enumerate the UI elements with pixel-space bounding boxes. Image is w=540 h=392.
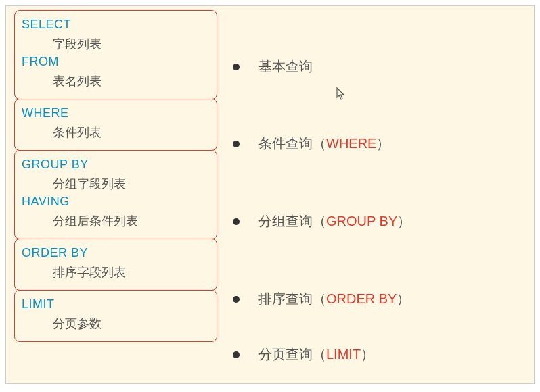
paren-close: ） [397, 290, 410, 308]
paren-close: ） [397, 212, 411, 230]
bullet-group-query: 分组查询 （ GROUP BY ） [233, 212, 411, 230]
desc-fields: 字段列表 [53, 36, 210, 52]
bullet-order-query: 排序查询 （ ORDER BY ） [233, 290, 410, 308]
desc-group-fields: 分组字段列表 [53, 176, 210, 192]
desc-order-fields: 排序字段列表 [53, 264, 210, 280]
desc-having-cond: 分组后条件列表 [53, 213, 210, 229]
paren-open: （ [313, 290, 326, 308]
diagram-canvas: SELECT 字段列表 FROM 表名列表 WHERE 条件列表 GROUP B… [5, 5, 535, 384]
kw-where-red: WHERE [326, 136, 376, 151]
keyword-from: FROM [22, 55, 210, 69]
mouse-cursor-icon [336, 87, 347, 101]
bullet-basic-query: 基本查询 [233, 57, 313, 76]
paren-close: ） [376, 134, 390, 153]
desc-conditions: 条件列表 [53, 124, 210, 141]
keyword-having: HAVING [22, 195, 210, 209]
bullet-dot-icon [233, 351, 240, 358]
kw-limit-red: LIMIT [326, 347, 361, 362]
bullet-dot-icon [233, 218, 240, 225]
sql-box-group-having: GROUP BY 分组字段列表 HAVING 分组后条件列表 [14, 150, 217, 239]
keyword-select: SELECT [22, 18, 210, 32]
keyword-where: WHERE [22, 106, 210, 120]
label-group-query: 分组查询 [258, 212, 313, 230]
paren-open: （ [313, 345, 326, 364]
keyword-limit: LIMIT [22, 297, 210, 312]
sql-box-select-from: SELECT 字段列表 FROM 表名列表 [14, 10, 217, 99]
desc-tables: 表名列表 [53, 73, 210, 89]
desc-page-params: 分页参数 [53, 316, 210, 332]
sql-box-limit: LIMIT 分页参数 [14, 290, 217, 342]
paren-open: （ [313, 212, 326, 230]
label-order-query: 排序查询 [258, 290, 313, 308]
sql-box-where: WHERE 条件列表 [14, 99, 217, 151]
sql-box-orderby: ORDER BY 排序字段列表 [14, 239, 217, 291]
paren-open: （ [313, 134, 326, 153]
bullet-dot-icon [233, 141, 240, 147]
paren-close: ） [361, 345, 374, 364]
left-column: SELECT 字段列表 FROM 表名列表 WHERE 条件列表 GROUP B… [14, 10, 217, 341]
bullet-dot-icon [233, 64, 240, 70]
bullet-limit-query: 分页查询 （ LIMIT ） [233, 345, 374, 364]
keyword-groupby: GROUP BY [22, 157, 210, 172]
keyword-orderby: ORDER BY [22, 246, 210, 260]
bullet-dot-icon [233, 296, 240, 303]
kw-groupby-red: GROUP BY [326, 214, 397, 229]
label-where-query: 条件查询 [258, 134, 313, 153]
label-basic-query: 基本查询 [258, 57, 313, 76]
kw-orderby-red: ORDER BY [326, 291, 397, 307]
bullet-where-query: 条件查询 （ WHERE ） [233, 134, 390, 153]
label-limit-query: 分页查询 [258, 345, 313, 364]
